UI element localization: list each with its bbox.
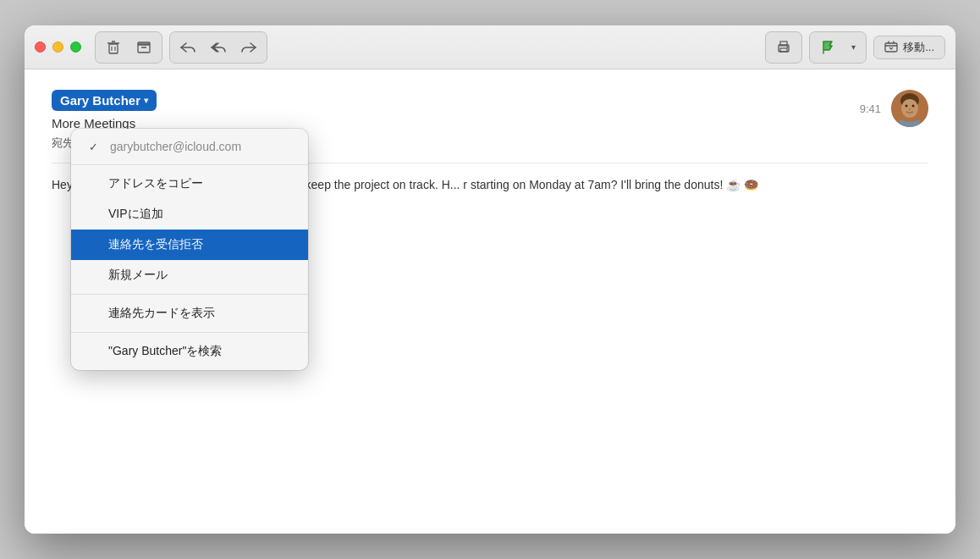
add-vip-label: VIPに追加 <box>108 207 163 222</box>
email-meta-right: 9:41 <box>860 90 928 127</box>
checkmark-icon: ✓ <box>86 141 100 153</box>
svg-point-16 <box>906 105 908 108</box>
move-label: 移動... <box>903 40 934 55</box>
reply-all-button[interactable] <box>205 35 232 60</box>
minimize-button[interactable] <box>52 42 63 53</box>
menu-item-copy-address[interactable]: アドレスをコピー <box>71 169 308 199</box>
sender-dropdown-menu: ✓ garybutcher@icloud.com アドレスをコピー VIPに追加… <box>71 129 308 370</box>
delete-button[interactable] <box>100 35 127 60</box>
email-time: 9:41 <box>860 102 881 115</box>
search-contact-label: "Gary Butcher"を検索 <box>108 344 222 359</box>
move-button[interactable]: 移動... <box>873 36 945 59</box>
flag-group: ▾ <box>809 31 867 64</box>
reply-group <box>169 31 267 64</box>
menu-item-email: ✓ garybutcher@icloud.com <box>71 132 308 161</box>
svg-rect-12 <box>885 43 897 52</box>
print-group <box>765 31 802 64</box>
svg-point-18 <box>909 108 911 110</box>
traffic-lights <box>35 42 81 53</box>
sender-badge[interactable]: Gary Butcher ▾ <box>52 90 157 111</box>
email-content: Gary Butcher ▾ More Meetings 宛先: John Ap… <box>25 69 955 534</box>
flag-button[interactable] <box>814 35 841 60</box>
menu-item-search-contact[interactable]: "Gary Butcher"を検索 <box>71 336 308 367</box>
search-section: "Gary Butcher"を検索 <box>71 332 308 370</box>
close-button[interactable] <box>35 42 46 53</box>
block-sender-label: 連絡先を受信拒否 <box>108 237 203 252</box>
mail-window: ▾ 移動... Gary Butcher ▾ More Meetings 宛先: <box>25 25 955 534</box>
new-email-label: 新規メール <box>108 268 168 283</box>
sender-chevron-icon: ▾ <box>144 96 148 105</box>
sender-name: Gary Butcher <box>60 93 140 108</box>
flag-dropdown-button[interactable]: ▾ <box>845 35 862 60</box>
menu-item-show-contact[interactable]: 連絡先カードを表示 <box>71 298 308 329</box>
copy-address-label: アドレスをコピー <box>108 176 203 191</box>
titlebar: ▾ 移動... <box>25 25 955 69</box>
svg-point-17 <box>912 105 915 108</box>
actions-section-1: アドレスをコピー VIPに追加 連絡先を受信拒否 新規メール <box>71 164 308 294</box>
forward-button[interactable] <box>235 35 262 60</box>
email-section: ✓ garybutcher@icloud.com <box>71 129 308 164</box>
archive-button[interactable] <box>130 35 157 60</box>
menu-item-new-email[interactable]: 新規メール <box>71 260 308 291</box>
menu-item-add-vip[interactable]: VIPに追加 <box>71 199 308 230</box>
avatar <box>891 90 928 127</box>
menu-item-block-sender[interactable]: 連絡先を受信拒否 <box>71 230 308 260</box>
svg-point-11 <box>787 46 789 47</box>
maximize-button[interactable] <box>70 42 81 53</box>
delete-archive-group <box>95 31 162 64</box>
svg-rect-0 <box>109 44 118 53</box>
show-contact-label: 連絡先カードを表示 <box>108 306 215 321</box>
print-button[interactable] <box>770 35 797 60</box>
reply-button[interactable] <box>174 35 201 60</box>
menu-email-address: garybutcher@icloud.com <box>110 140 241 153</box>
svg-rect-10 <box>780 48 787 52</box>
actions-section-2: 連絡先カードを表示 <box>71 294 308 332</box>
